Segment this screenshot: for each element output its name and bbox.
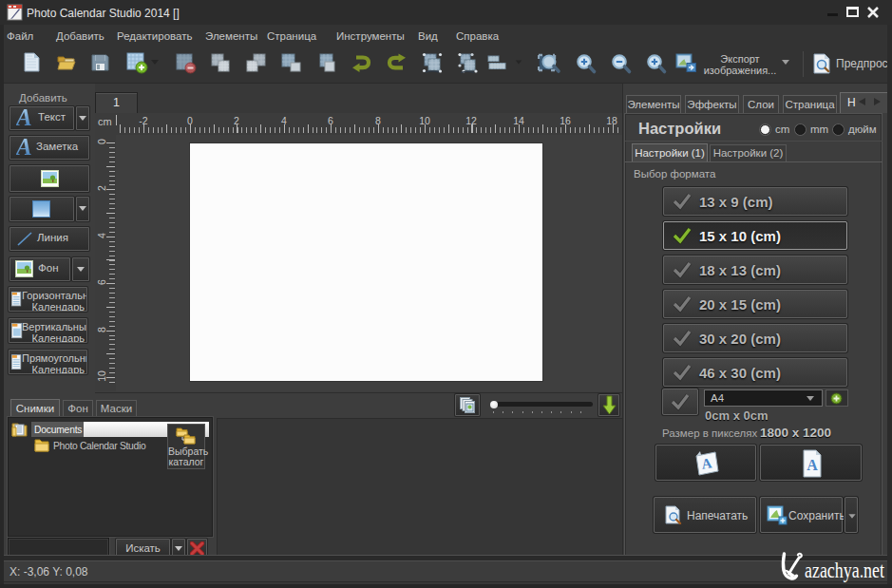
svg-text:azachya.net: azachya.net [805,558,884,582]
svg-text:A: A [807,457,818,473]
